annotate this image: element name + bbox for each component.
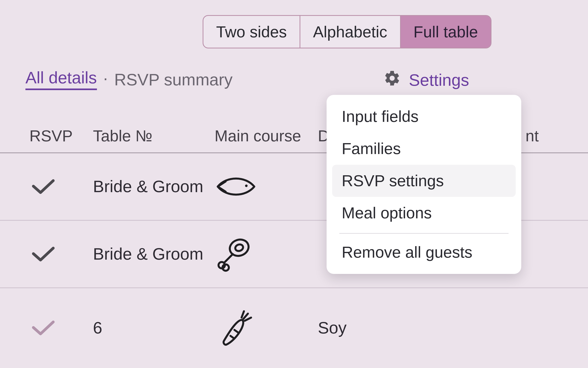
svg-point-4 [222, 264, 229, 271]
cell-rsvp [29, 317, 93, 339]
seg-full-table[interactable]: Full table [400, 16, 491, 48]
link-rsvp-summary[interactable]: RSVP summary [114, 70, 233, 89]
view-segmented-control: Two sides Alphabetic Full table [203, 15, 492, 48]
cell-main-course [215, 308, 318, 348]
menu-item-input-fields[interactable]: Input fields [332, 101, 516, 133]
meat-icon [215, 234, 254, 274]
menu-item-rsvp-settings[interactable]: RSVP settings [332, 165, 516, 197]
cell-table-no: Bride & Groom [93, 245, 215, 264]
menu-item-meal-options[interactable]: Meal options [332, 197, 516, 229]
svg-point-2 [234, 243, 244, 252]
settings-label: Settings [409, 71, 469, 90]
check-icon [29, 243, 57, 265]
link-all-details[interactable]: All details [25, 69, 97, 90]
check-icon [29, 176, 57, 197]
seg-two-sides[interactable]: Two sides [203, 16, 300, 48]
svg-point-0 [245, 184, 248, 187]
seg-alphabetic[interactable]: Alphabetic [300, 16, 400, 48]
cell-rsvp [29, 176, 93, 197]
check-icon [29, 317, 57, 339]
th-rsvp: RSVP [29, 127, 93, 145]
fish-icon [215, 173, 258, 201]
subnav-separator: · [103, 70, 108, 87]
cell-table-no: Bride & Groom [93, 177, 215, 196]
carrot-icon [215, 308, 254, 348]
menu-item-remove-all-guests[interactable]: Remove all guests [332, 236, 516, 268]
th-main-course: Main course [215, 127, 318, 145]
cell-main-course [215, 173, 318, 201]
menu-separator [339, 233, 509, 234]
cell-d: Soy [318, 318, 588, 337]
gear-icon [383, 69, 401, 91]
menu-item-families[interactable]: Families [332, 133, 516, 165]
th-table-no: Table № [93, 127, 215, 145]
cell-table-no: 6 [93, 318, 215, 337]
table-row[interactable]: 6 Soy [0, 288, 588, 368]
settings-menu: Input fields Families RSVP settings Meal… [327, 95, 521, 274]
cell-main-course [215, 234, 318, 274]
settings-button[interactable]: Settings [383, 69, 469, 91]
cell-rsvp [29, 243, 93, 265]
subnav: All details · RSVP summary [25, 69, 588, 90]
